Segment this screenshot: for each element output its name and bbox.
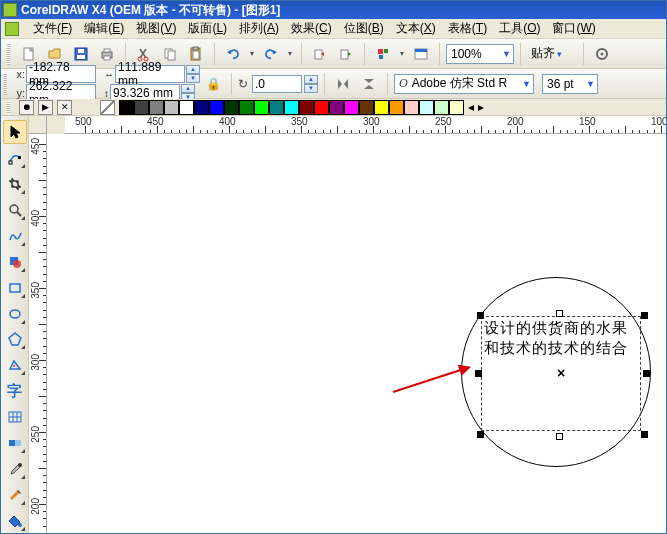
horizontal-ruler[interactable]: 500450400350300250200150100 (65, 116, 666, 134)
palette-left[interactable]: ◂ (468, 100, 474, 114)
svg-point-22 (601, 52, 604, 55)
ruler-origin[interactable] (29, 116, 47, 134)
mirror-h-button[interactable] (331, 72, 355, 96)
color-swatch[interactable] (239, 100, 254, 115)
undo-dropdown[interactable]: ▾ (247, 49, 257, 58)
selection-center-icon[interactable]: × (557, 366, 565, 380)
import-button[interactable] (308, 42, 332, 66)
selection-handle-e[interactable] (643, 370, 650, 377)
mirror-v-button[interactable] (357, 72, 381, 96)
color-swatch[interactable] (119, 100, 134, 115)
redo-dropdown[interactable]: ▾ (285, 49, 295, 58)
app-launcher-button[interactable] (371, 42, 395, 66)
paste-button[interactable] (184, 42, 208, 66)
font-name-combo[interactable]: O Adobe 仿宋 Std R ▼ (394, 74, 534, 94)
selection-handle-n[interactable] (556, 310, 563, 317)
color-swatch[interactable] (344, 100, 359, 115)
color-swatch[interactable] (179, 100, 194, 115)
color-swatch[interactable] (254, 100, 269, 115)
selection-handle-s[interactable] (556, 433, 563, 440)
welcome-button[interactable] (409, 42, 433, 66)
svg-rect-24 (18, 156, 21, 159)
color-swatch[interactable] (389, 100, 404, 115)
color-swatch[interactable] (314, 100, 329, 115)
snap-combo[interactable]: 贴齐 ▾ (527, 44, 577, 64)
color-swatch[interactable] (299, 100, 314, 115)
color-swatch[interactable] (374, 100, 389, 115)
color-swatch[interactable] (194, 100, 209, 115)
color-swatch[interactable] (209, 100, 224, 115)
no-color-swatch[interactable] (100, 100, 115, 115)
color-swatch[interactable] (449, 100, 464, 115)
eyedropper-tool[interactable] (3, 457, 27, 481)
width-spinner[interactable]: ▲▼ (186, 65, 200, 83)
menu-view[interactable]: 视图(V) (130, 18, 182, 39)
drawing-canvas[interactable]: 设计的供货商的水果和技术的技术的结合 × (47, 134, 666, 533)
outline-tool[interactable] (3, 483, 27, 507)
table-tool[interactable] (3, 405, 27, 429)
shape-tool[interactable] (3, 146, 27, 170)
smart-fill-tool[interactable] (3, 250, 27, 274)
play-button[interactable]: ▶ (38, 100, 53, 115)
basic-shapes-tool[interactable] (3, 353, 27, 377)
menu-tools[interactable]: 工具(O) (493, 18, 546, 39)
selection-handle-nw[interactable] (477, 312, 484, 319)
crop-tool[interactable] (3, 172, 27, 196)
selection-handle-sw[interactable] (477, 431, 484, 438)
color-swatch[interactable] (329, 100, 344, 115)
color-swatch[interactable] (434, 100, 449, 115)
menu-arrange[interactable]: 排列(A) (233, 18, 285, 39)
menu-window[interactable]: 窗口(W) (546, 18, 601, 39)
color-swatch[interactable] (269, 100, 284, 115)
rotation-spinner[interactable]: ▲▼ (304, 75, 318, 93)
color-swatch[interactable] (149, 100, 164, 115)
menu-bitmaps[interactable]: 位图(B) (338, 18, 390, 39)
selection-handle-ne[interactable] (641, 312, 648, 319)
palette-grip[interactable] (7, 101, 11, 114)
selection-handle-se[interactable] (641, 431, 648, 438)
font-size-combo[interactable]: 36 pt ▼ (542, 74, 598, 94)
menu-table[interactable]: 表格(T) (442, 18, 493, 39)
undo-button[interactable] (221, 42, 245, 66)
color-swatch[interactable] (404, 100, 419, 115)
svg-rect-3 (78, 49, 84, 53)
color-swatch[interactable] (134, 100, 149, 115)
zoom-tool[interactable] (3, 198, 27, 222)
interactive-tool[interactable] (3, 431, 27, 455)
fill-tool[interactable] (3, 509, 27, 533)
options-button[interactable] (590, 42, 614, 66)
lock-ratio-icon[interactable]: 🔒 (206, 77, 221, 91)
color-swatch[interactable] (419, 100, 434, 115)
menu-effects[interactable]: 效果(C) (285, 18, 338, 39)
pick-tool[interactable] (3, 120, 27, 144)
palette-right[interactable]: ▸ (478, 100, 484, 114)
color-swatch[interactable] (284, 100, 299, 115)
ellipse-tool[interactable] (3, 302, 27, 326)
menu-layout[interactable]: 版面(L) (182, 18, 233, 39)
redo-button[interactable] (259, 42, 283, 66)
app-launcher-dropdown[interactable]: ▾ (397, 49, 407, 58)
record-button[interactable]: ⏺ (19, 100, 34, 115)
polygon-tool[interactable] (3, 328, 27, 352)
property-grip[interactable] (3, 73, 7, 95)
color-swatch[interactable] (164, 100, 179, 115)
font-icon: O (399, 76, 408, 91)
freehand-tool[interactable] (3, 224, 27, 248)
toolbar-grip[interactable] (7, 43, 11, 65)
chevron-down-icon: ▼ (518, 79, 531, 89)
export-button[interactable] (334, 42, 358, 66)
text-tool[interactable]: 字 (3, 379, 27, 403)
print-button[interactable] (95, 42, 119, 66)
zoom-combo[interactable]: 100% ▼ (446, 44, 514, 64)
width-input[interactable]: 111.889 mm (115, 65, 185, 83)
vertical-ruler[interactable]: 450400350300250200 (29, 134, 47, 533)
selection-handle-w[interactable] (475, 370, 482, 377)
color-swatch[interactable] (224, 100, 239, 115)
menu-file[interactable]: 文件(F) (27, 18, 78, 39)
rectangle-tool[interactable] (3, 276, 27, 300)
stop-button[interactable]: ✕ (57, 100, 72, 115)
color-swatch[interactable] (359, 100, 374, 115)
rotation-input[interactable]: .0 (252, 75, 302, 93)
menu-edit[interactable]: 编辑(E) (78, 18, 130, 39)
menu-text[interactable]: 文本(X) (390, 18, 442, 39)
